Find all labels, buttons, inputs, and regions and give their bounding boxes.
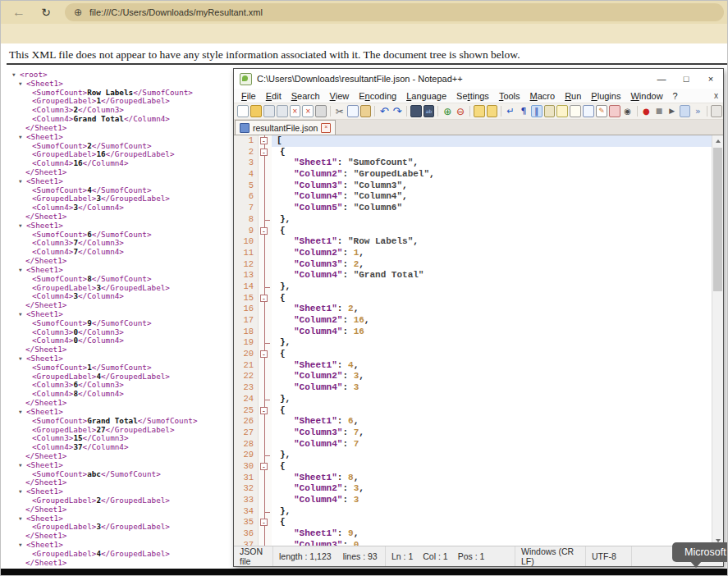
menu-encoding[interactable]: Encoding — [354, 91, 401, 101]
stop-macro-icon[interactable]: ■ — [653, 105, 665, 117]
indent-guide-icon[interactable]: ‖ — [531, 105, 543, 117]
zoom-in-icon[interactable]: ⊕ — [442, 105, 453, 117]
save-icon[interactable] — [263, 105, 275, 117]
cut-icon[interactable]: ✂ — [334, 105, 346, 117]
collapse-arrow-icon[interactable]: ▼ — [19, 177, 26, 186]
menu-run[interactable]: Run — [560, 91, 586, 101]
menu-search[interactable]: Search — [286, 91, 325, 101]
view-document-icon[interactable]: ◉ — [622, 105, 634, 117]
doc-close-icon[interactable]: x — [714, 91, 718, 100]
paste-icon[interactable] — [360, 105, 372, 117]
fold-margin[interactable]: - — [259, 461, 272, 473]
fold-margin — [259, 270, 272, 281]
collapse-arrow-icon[interactable]: ▼ — [19, 461, 26, 470]
document-map-icon[interactable] — [556, 105, 568, 117]
menu-view[interactable]: View — [325, 91, 355, 101]
find-replace-icon[interactable]: ab — [424, 105, 435, 117]
collapse-arrow-icon[interactable]: ▼ — [19, 541, 26, 550]
collapse-arrow-icon[interactable]: ▼ — [19, 133, 26, 142]
fold-margin — [259, 259, 272, 271]
menu-plugins[interactable]: Plugins — [586, 91, 625, 101]
status-doc-type: JSON file — [234, 546, 273, 566]
collapse-arrow-icon[interactable]: ▼ — [12, 71, 20, 80]
menu-help[interactable]: ? — [668, 91, 683, 101]
code-text: "Column2": 3, — [272, 371, 712, 382]
fold-margin[interactable]: - — [259, 405, 272, 417]
word-wrap-icon[interactable]: ↵ — [505, 105, 516, 117]
line-number: 9 — [234, 226, 259, 237]
maximize-button[interactable]: □ — [674, 69, 698, 89]
toolbar-separator — [406, 106, 407, 117]
minimize-button[interactable]: — — [649, 69, 674, 89]
show-all-chars-icon[interactable]: ¶ — [518, 105, 529, 117]
editor-line: 12"Column3": 2, — [234, 259, 712, 271]
editor-line: 10"Sheet1": "Row Labels", — [234, 236, 712, 248]
open-folder-icon[interactable] — [250, 105, 262, 117]
window-controls: — □ × — [649, 69, 723, 89]
tab-resultantfile-json[interactable]: resultantFile.json × — [235, 120, 336, 135]
collapse-arrow-icon[interactable]: ▼ — [19, 310, 26, 319]
close-doc-icon[interactable]: × — [290, 105, 301, 117]
zoom-out-icon[interactable]: ⊖ — [455, 105, 466, 117]
fold-margin — [259, 439, 272, 450]
scroll-up-icon[interactable] — [712, 135, 723, 146]
save-macro-icon[interactable] — [680, 105, 691, 117]
record-macro-icon[interactable]: ● — [640, 105, 652, 117]
menu-language[interactable]: Language — [401, 91, 451, 101]
collapse-arrow-icon[interactable]: ▼ — [19, 408, 26, 417]
menu-macro[interactable]: Macro — [525, 91, 561, 101]
new-file-icon[interactable] — [237, 105, 249, 117]
screenshot-root: ← ↻ ⊕ file:///C:/Users/Downloads/myResul… — [0, 0, 728, 576]
browser-refresh-icon[interactable]: ↻ — [35, 1, 57, 24]
close-all-docs-icon[interactable]: × — [302, 105, 314, 117]
play-macro-icon[interactable]: ▶ — [666, 105, 678, 117]
collapse-arrow-icon[interactable]: ▼ — [19, 222, 26, 231]
browser-back-icon[interactable]: ← — [7, 1, 30, 24]
run-macro-multiple-icon[interactable]: » — [692, 105, 703, 117]
code-text: }, — [272, 281, 712, 293]
sync-horizontal-scrolling-icon[interactable] — [487, 105, 498, 117]
monitoring-icon[interactable] — [609, 105, 620, 117]
collapse-arrow-icon[interactable]: ▼ — [19, 80, 26, 89]
title-bar[interactable]: C:\Users\Downloads\resultantFile.json - … — [234, 69, 723, 89]
collapse-arrow-icon[interactable]: ▼ — [19, 487, 26, 496]
status-length-lines: length : 1,123 lines : 93 — [273, 546, 386, 566]
plugins-admin-icon[interactable] — [711, 105, 722, 117]
status-lines: lines : 93 — [343, 551, 378, 561]
collapse-arrow-icon[interactable]: ▼ — [19, 354, 26, 363]
print-icon[interactable] — [315, 105, 327, 117]
fold-margin — [259, 495, 272, 506]
editor-line: 8}, — [234, 214, 712, 226]
address-bar[interactable]: ⊕ file:///C:/Users/Downloads/myResultant… — [65, 3, 724, 21]
fold-margin[interactable]: - — [259, 147, 272, 158]
fold-margin[interactable]: - — [259, 349, 272, 360]
menu-file[interactable]: File — [236, 91, 261, 101]
folder-as-workspace-icon[interactable] — [583, 105, 594, 117]
collapse-arrow-icon[interactable]: ▼ — [19, 514, 26, 523]
fold-margin[interactable]: - — [259, 226, 272, 237]
tab-close-icon[interactable]: × — [321, 123, 331, 133]
menu-window[interactable]: Window — [625, 91, 667, 101]
menu-settings[interactable]: Settings — [451, 91, 494, 101]
save-all-icon[interactable] — [277, 105, 288, 117]
collapse-arrow-icon[interactable]: ▼ — [19, 266, 26, 275]
document-list-icon[interactable] — [570, 105, 581, 117]
redo-icon[interactable]: ↷ — [391, 105, 403, 117]
code-text: "Column5": "Column6" — [272, 203, 712, 214]
sync-vertical-scrolling-icon[interactable] — [474, 105, 485, 117]
fold-margin[interactable]: - — [259, 293, 272, 304]
editor-area[interactable]: 1-[2-{3"Sheet1": "SumofCount",4"Column2"… — [234, 135, 723, 546]
menu-tools[interactable]: Tools — [494, 91, 525, 101]
undo-icon[interactable]: ↶ — [378, 105, 390, 117]
menu-edit[interactable]: Edit — [261, 91, 286, 101]
copy-icon[interactable] — [347, 105, 359, 117]
scrollbar-thumb[interactable] — [713, 148, 722, 291]
fold-collapse-icon: - — [260, 350, 268, 358]
fold-margin[interactable]: - — [259, 517, 272, 528]
function-list-icon[interactable] — [544, 105, 556, 117]
close-button[interactable]: × — [698, 69, 723, 89]
edit-config-icon[interactable]: ✎ — [596, 105, 607, 117]
vertical-scrollbar[interactable] — [712, 135, 723, 546]
find-icon[interactable] — [410, 105, 422, 117]
fold-margin[interactable]: - — [259, 135, 272, 147]
